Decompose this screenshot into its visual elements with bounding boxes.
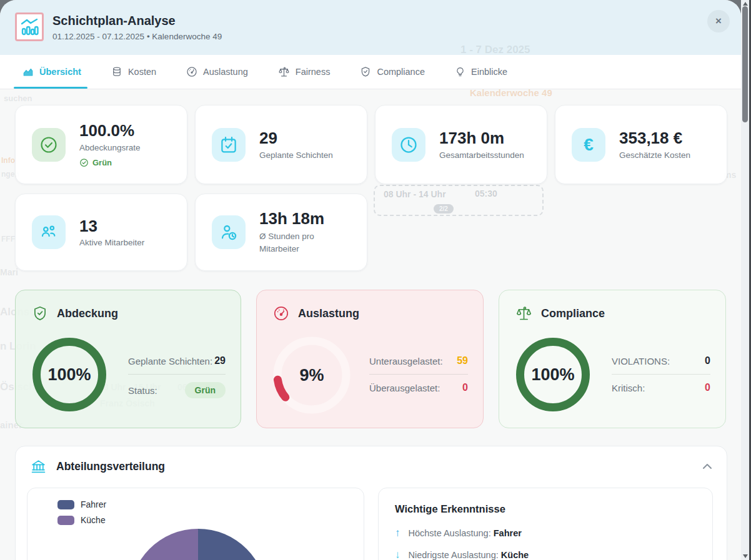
close-button[interactable]: ×: [707, 10, 730, 32]
scale-icon: [278, 66, 290, 78]
scrollbar-down-arrow[interactable]: [743, 554, 748, 558]
stat-label: Aktive Mitarbeiter: [79, 238, 144, 247]
users-icon: [32, 215, 66, 249]
bank-icon: [31, 459, 46, 474]
stat-label: Ø Stunden pro Mitarbeiter: [259, 230, 353, 255]
tab-einblicke[interactable]: Einblicke: [455, 55, 507, 89]
utilization-donut: 9%: [272, 335, 352, 415]
panel-abdeckung: Abdeckung 100% Geplante Schichten: 29 St…: [15, 290, 241, 428]
gauge-icon: [186, 66, 197, 77]
panel-title-row: Compliance: [515, 305, 605, 322]
schichtplan-analyse-modal: 1 - 7 Dez 2025 Kalenderwoche 49 suchen I…: [0, 0, 741, 560]
coverage-donut: 100%: [32, 338, 106, 411]
tab-uebersicht[interactable]: Übersicht: [22, 55, 81, 89]
stat-value: 100.0%: [79, 122, 141, 140]
detail-row: Unterausgelastet: 59: [369, 348, 468, 374]
ghost-shift-time: 08 Uhr - 14 Uhr: [384, 189, 446, 199]
insights-card: Wichtige Erkenntnisse ↑ Höchste Auslastu…: [378, 488, 713, 560]
detail-row: Überausgelastet: 0: [369, 375, 468, 401]
insight-item: ↑ Höchste Auslastung: Fahrer: [395, 527, 696, 539]
panel-detail-rows: Geplante Schichten: 29 Status: Grün: [128, 348, 226, 406]
overview-chart-icon: [22, 66, 34, 77]
insights-title: Wichtige Erkenntnisse: [395, 503, 696, 515]
shield-check-icon: [360, 66, 371, 77]
panel-detail-rows: VIOLATIONS: 0 Kritisch: 0: [612, 348, 710, 401]
user-clock-icon: [212, 215, 246, 249]
detail-row: Kritisch: 0: [612, 375, 710, 401]
compliance-donut: 100%: [516, 338, 590, 411]
legend-item-fahrer: Fahrer: [57, 499, 106, 509]
legend-item-kueche: Küche: [57, 515, 106, 525]
stat-label: Geplante Schichten: [259, 150, 333, 160]
stat-card-aktive-mitarbeiter: 13 Aktive Mitarbeiter: [15, 194, 187, 271]
scrollbar-up-arrow[interactable]: [743, 2, 748, 6]
tab-compliance[interactable]: Compliance: [360, 55, 425, 89]
panel-title-row: Auslastung: [273, 305, 359, 322]
chart-legend: Fahrer Küche: [57, 499, 106, 525]
panel-auslastung: Auslastung 9% Unterausgelastet: 59 Übera…: [256, 290, 484, 428]
detail-row: Geplante Schichten: 29: [128, 348, 226, 374]
ghost-fragment: FFF: [1, 235, 15, 243]
chevron-up-icon: [702, 463, 713, 470]
close-icon: ×: [715, 15, 722, 27]
coins-icon: [111, 66, 122, 77]
ghost-info-text: Info: [1, 156, 15, 165]
stat-value: 13: [79, 217, 144, 235]
date-range-subtitle: 01.12.2025 - 07.12.2025 • Kalenderwoche …: [52, 32, 222, 41]
gauge-icon: [273, 305, 289, 322]
insight-item: ↓ Niedrigste Auslastung: Küche: [395, 549, 696, 560]
stat-label: Geschätzte Kosten: [619, 150, 690, 160]
collapse-section-button[interactable]: [702, 461, 713, 473]
clock-icon: [392, 128, 425, 162]
status-badge: Grün: [79, 158, 141, 167]
stat-card-abdeckungsrate: 100.0% Abdeckungsrate Grün: [15, 105, 187, 184]
legend-swatch: [57, 500, 74, 509]
stat-card-geschaetzte-kosten: € 353,18 € Geschätzte Kosten: [555, 105, 727, 184]
panel-title-row: Abdeckung: [32, 305, 118, 322]
shield-check-icon: [32, 305, 48, 322]
check-circle-icon: [79, 158, 89, 167]
lightbulb-icon: [455, 66, 465, 77]
page-title: Schichtplan-Analyse: [52, 14, 176, 28]
check-circle-icon: [32, 128, 66, 162]
legend-swatch: [57, 516, 74, 525]
ghost-name: Mari: [0, 267, 18, 277]
ghost-date-range: 1 - 7 Dez 2025: [460, 44, 530, 56]
stat-card-stunden-pro-mitarbeiter: 13h 18m Ø Stunden pro Mitarbeiter: [195, 194, 367, 271]
tab-kosten[interactable]: Kosten: [111, 55, 156, 89]
scrollbar-thumb[interactable]: [742, 6, 748, 122]
section-header: Abteilungsverteilung: [31, 459, 165, 474]
detail-row: Status: Grün: [128, 375, 226, 406]
euro-icon: €: [572, 128, 605, 162]
section-abteilungsverteilung: Abteilungsverteilung Fahrer Küche: [15, 446, 727, 560]
section-title: Abteilungsverteilung: [56, 460, 165, 473]
stat-value: 353,18 €: [619, 129, 690, 147]
scale-icon: [515, 305, 532, 322]
tab-fairness[interactable]: Fairness: [278, 55, 331, 89]
calendar-check-icon: [212, 128, 246, 162]
tab-bar: Übersicht Kosten Auslastung: [0, 55, 741, 89]
detail-row: VIOLATIONS: 0: [612, 348, 710, 374]
stat-card-gesamtarbeitsstunden: 173h 0m Gesamtarbeitsstunden: [375, 105, 547, 184]
department-donut-chart: [129, 529, 267, 560]
ghost-count-pill: 2/2: [434, 204, 454, 214]
stat-value: 173h 0m: [439, 129, 524, 147]
analysis-chart-icon: [15, 12, 44, 41]
panel-compliance: Compliance 100% VIOLATIONS: 0 Kritisch: …: [499, 290, 726, 428]
status-pill: Grün: [185, 382, 226, 398]
panel-detail-rows: Unterausgelastet: 59 Überausgelastet: 0: [369, 348, 468, 401]
arrow-down-icon: ↓: [395, 549, 400, 560]
tab-auslastung[interactable]: Auslastung: [186, 55, 248, 89]
stat-value: 13h 18m: [259, 210, 353, 228]
screen: 1 - 7 Dez 2025 Kalenderwoche 49 suchen I…: [0, 0, 751, 560]
arrow-up-icon: ↑: [395, 527, 400, 539]
stat-value: 29: [259, 129, 333, 147]
stat-label: Abdeckungsrate: [79, 143, 141, 152]
ghost-search-text: suchen: [4, 94, 32, 103]
stat-label: Gesamtarbeitsstunden: [439, 150, 524, 160]
department-chart-card: Fahrer Küche: [27, 488, 364, 560]
stat-card-geplante-schichten: 29 Geplante Schichten: [195, 105, 367, 184]
ghost-shift-start: 05:30: [475, 189, 497, 199]
